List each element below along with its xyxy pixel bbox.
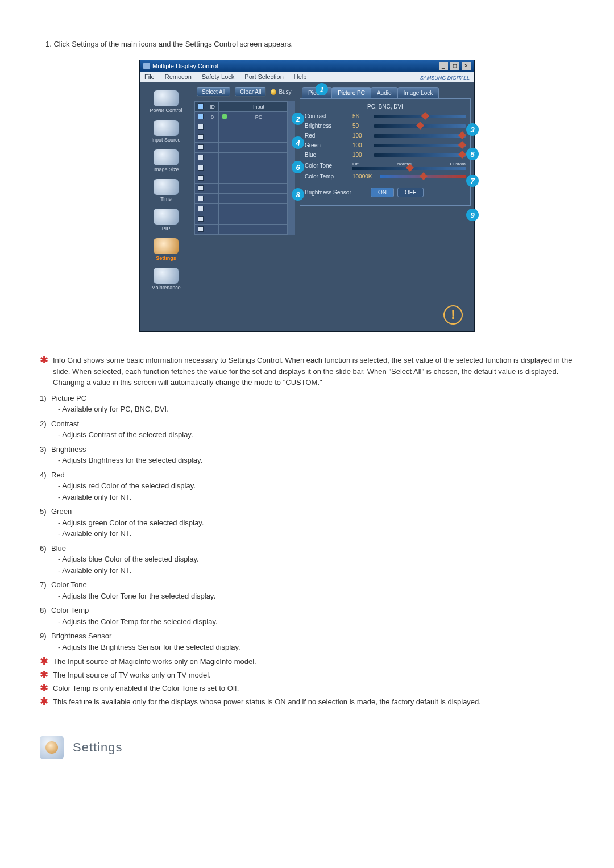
sidebar-item-pip[interactable]: PIP: [142, 206, 190, 235]
sidebar-item-input-source[interactable]: Input Source: [142, 118, 190, 146]
tab-picture-pc[interactable]: Picture PC: [331, 87, 371, 98]
menu-help[interactable]: Help: [294, 73, 307, 80]
brightness-slider[interactable]: [374, 124, 466, 128]
sidebar-item-image-size[interactable]: Image Size: [142, 147, 190, 176]
section-title: Settings: [73, 740, 123, 755]
sidebar-item-power-control[interactable]: Power Control: [142, 88, 190, 117]
clear-all-button[interactable]: Clear All: [235, 87, 266, 97]
brightness-label: Brightness: [305, 123, 349, 129]
callout-8: 8: [292, 188, 304, 201]
panel-subtitle: PC, BNC, DVI: [305, 103, 466, 110]
note-star: ✱This feature is available only for the …: [40, 696, 574, 708]
colortemp-label: Color Temp: [305, 173, 349, 180]
callout-3: 3: [466, 123, 479, 136]
row-checkbox[interactable]: [198, 216, 204, 222]
row-checkbox[interactable]: [198, 185, 204, 191]
col-check[interactable]: [195, 102, 206, 112]
menu-safety-lock[interactable]: Safety Lock: [202, 73, 234, 80]
sidebar: Power Control Input Source Image Size Ti…: [140, 82, 192, 300]
warning-icon: !: [443, 305, 463, 325]
notes: ✱ Info Grid shows some basic information…: [40, 355, 574, 707]
star-icon: ✱: [40, 670, 48, 680]
table-row[interactable]: [195, 194, 288, 204]
table-row[interactable]: [195, 163, 288, 173]
minimize-button[interactable]: _: [439, 62, 448, 70]
red-label: Red: [305, 132, 349, 139]
status-dot-icon: [222, 114, 227, 119]
titlebar: Multiple Display Control _ □ ×: [140, 60, 474, 72]
star-icon: ✱: [40, 696, 48, 707]
callout-4: 4: [292, 136, 304, 149]
app-body: Power Control Input Source Image Size Ti…: [140, 82, 474, 300]
blue-slider[interactable]: [374, 153, 466, 157]
red-row: Red 100: [305, 132, 466, 139]
blue-label: Blue: [305, 152, 349, 158]
row-checkbox[interactable]: [198, 206, 204, 211]
app-icon: [143, 63, 150, 69]
row-checkbox[interactable]: [198, 196, 204, 201]
table-row[interactable]: 0 PC: [195, 112, 288, 122]
green-slider[interactable]: [374, 144, 466, 147]
tab-audio[interactable]: Audio: [371, 87, 398, 98]
settings-icon: [154, 238, 179, 254]
image-size-icon: [154, 149, 179, 165]
colortemp-slider[interactable]: [380, 175, 466, 178]
table-row[interactable]: [195, 225, 288, 235]
maximize-button[interactable]: □: [450, 62, 459, 70]
menu-port-selection[interactable]: Port Selection: [244, 73, 283, 80]
sidebar-item-maintenance[interactable]: Maintenance: [142, 265, 190, 294]
table-row[interactable]: [195, 132, 288, 143]
feature-list: 1)Picture PC Available only for PC, BNC,…: [40, 393, 574, 653]
sidebar-item-settings[interactable]: Settings: [142, 236, 190, 264]
contrast-slider[interactable]: [374, 115, 466, 118]
table-row[interactable]: [195, 153, 288, 163]
busy-icon: [271, 89, 276, 95]
bsensor-on-button[interactable]: ON: [371, 188, 394, 197]
table-row[interactable]: [195, 204, 288, 214]
col-id: ID: [206, 102, 219, 112]
pip-icon: [154, 209, 179, 225]
table-row[interactable]: [195, 214, 288, 225]
row-checkbox[interactable]: [198, 144, 204, 150]
input-source-icon: [154, 120, 179, 136]
footer-area: !: [140, 300, 474, 331]
brightness-row: Brightness 50: [305, 123, 466, 129]
select-all-button[interactable]: Select All: [197, 87, 230, 97]
row-checkbox[interactable]: [198, 226, 204, 232]
row-checkbox[interactable]: [198, 165, 204, 171]
note-star: ✱Color Temp is only enabled if the Color…: [40, 683, 574, 694]
busy-indicator: Busy: [271, 89, 291, 95]
row-checkbox[interactable]: [198, 175, 204, 181]
star-icon: ✱: [40, 355, 48, 365]
intro-step: 1. Click Settings of the main icons and …: [45, 40, 574, 48]
table-row[interactable]: [195, 143, 288, 153]
tab-image-lock[interactable]: Image Lock: [397, 87, 439, 98]
row-checkbox[interactable]: [198, 114, 204, 119]
brand-label: SAMSUNG DIGITALL: [420, 75, 470, 81]
col-status: [219, 102, 230, 112]
star-icon: ✱: [40, 683, 48, 693]
table-row[interactable]: [195, 173, 288, 184]
row-checkbox[interactable]: [198, 124, 204, 130]
menu-file[interactable]: File: [144, 73, 155, 80]
table-row[interactable]: [195, 184, 288, 194]
bsensor-row: Brightness Sensor ON OFF: [305, 188, 466, 197]
green-row: Green 100: [305, 142, 466, 148]
note-star: ✱The Input source of MagicInfo works onl…: [40, 656, 574, 667]
table-row[interactable]: [195, 122, 288, 132]
green-label: Green: [305, 142, 349, 148]
settings-panel: PC, BNC, DVI Contrast 56 Brightness 50 R…: [300, 98, 471, 206]
contrast-row: Contrast 56: [305, 113, 466, 119]
red-slider[interactable]: [374, 134, 466, 138]
row-checkbox[interactable]: [198, 134, 204, 140]
bsensor-label: Brightness Sensor: [305, 189, 367, 196]
star-icon: ✱: [40, 656, 48, 666]
info-grid: ID Input 0 PC: [194, 101, 288, 235]
close-button[interactable]: ×: [462, 62, 471, 70]
sidebar-item-time[interactable]: Time: [142, 177, 190, 205]
row-checkbox[interactable]: [198, 155, 204, 160]
colortone-slider[interactable]: [352, 167, 466, 170]
bsensor-off-button[interactable]: OFF: [397, 188, 424, 197]
power-icon: [154, 90, 179, 106]
menu-remocon[interactable]: Remocon: [165, 73, 192, 80]
